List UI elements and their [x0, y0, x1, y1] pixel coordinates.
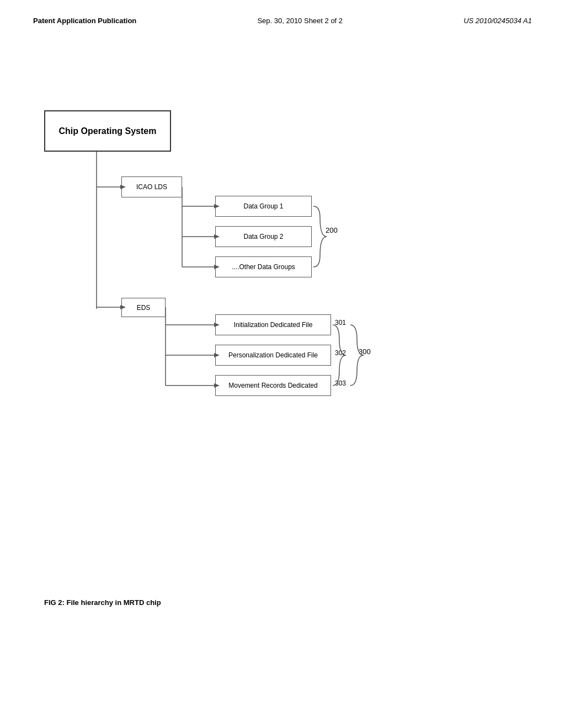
header-date-sheet: Sep. 30, 2010 Sheet 2 of 2	[257, 17, 343, 25]
cos-box: Chip Operating System	[44, 110, 171, 152]
dg2-box: Data Group 2	[215, 226, 312, 247]
personal-box: Personalization Dedicated File	[215, 345, 331, 366]
eds-label: EDS	[137, 304, 151, 312]
cos-label: Chip Operating System	[59, 126, 157, 136]
label-303: 303	[335, 379, 346, 387]
diagram: Chip Operating System ICAO LDS EDS Data …	[44, 110, 519, 496]
movement-label: Movement Records Dedicated	[228, 382, 317, 389]
label-301: 301	[335, 319, 346, 326]
figure-caption: FIG 2: File hierarchy in MRTD chip	[44, 598, 161, 607]
personal-label: Personalization Dedicated File	[228, 351, 318, 359]
label-300: 300	[359, 347, 371, 356]
init-label: Initialization Dedicated File	[234, 321, 313, 329]
dg2-label: Data Group 2	[243, 233, 283, 240]
dg3-label: ....Other Data Groups	[232, 263, 295, 271]
label-302: 302	[335, 349, 346, 357]
icao-box: ICAO LDS	[121, 176, 182, 197]
dg1-label: Data Group 1	[243, 202, 283, 210]
header-publication: Patent Application Publication	[33, 17, 136, 25]
header-patent-number: US 2010/0245034 A1	[463, 17, 532, 25]
init-box: Initialization Dedicated File	[215, 314, 331, 335]
icao-label: ICAO LDS	[136, 183, 167, 191]
bracket-200-label: 200	[326, 226, 338, 234]
diagram-lines	[44, 110, 519, 496]
dg1-box: Data Group 1	[215, 196, 312, 217]
page-header: Patent Application Publication Sep. 30, …	[0, 0, 565, 25]
movement-box: Movement Records Dedicated	[215, 375, 331, 396]
eds-box: EDS	[121, 298, 166, 317]
dg3-box: ....Other Data Groups	[215, 256, 312, 277]
